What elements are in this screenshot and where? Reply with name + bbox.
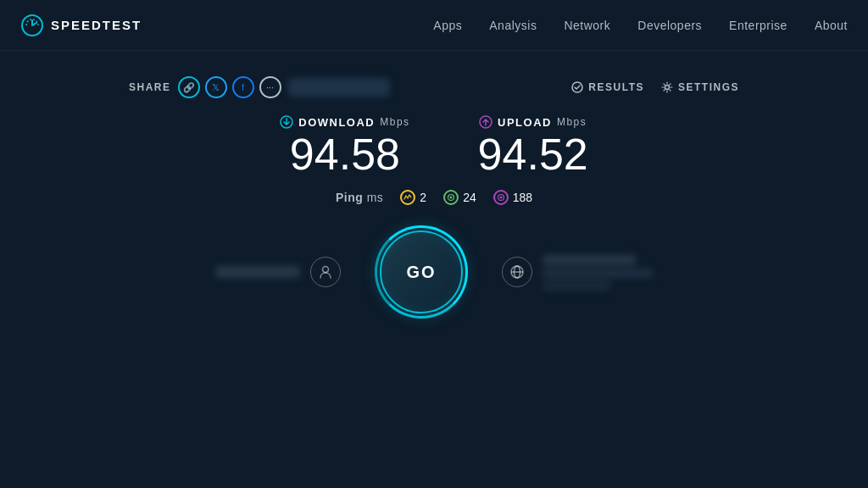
ping-high-value: 188	[493, 190, 532, 205]
isp-address-blurred	[542, 269, 653, 278]
toolbar: SHARE 🔗 𝕏 f ··· RESULTS	[129, 76, 739, 98]
jitter-num: 2	[420, 191, 426, 204]
svg-point-8	[499, 197, 502, 199]
go-area: GO	[180, 225, 688, 319]
results-label: RESULTS	[588, 81, 644, 93]
download-block: DOWNLOAD Mbps 94.58	[280, 115, 409, 176]
upload-arrow-icon	[479, 115, 492, 129]
ping-low-value: 24	[443, 190, 476, 205]
jitter-icon	[400, 190, 415, 205]
isp-name-blurred	[542, 255, 636, 265]
speed-results: DOWNLOAD Mbps 94.58 UPLOAD Mbps 94.52	[280, 115, 587, 176]
nav-analysis[interactable]: Analysis	[489, 19, 537, 32]
server-area	[215, 257, 341, 287]
nav-about[interactable]: About	[815, 19, 848, 32]
results-button[interactable]: RESULTS	[571, 81, 644, 93]
download-value: 94.58	[290, 132, 400, 176]
ping-row: Ping ms 2 24	[336, 190, 532, 205]
results-settings: RESULTS SETTINGS	[571, 81, 739, 93]
main-nav: Apps Analysis Network Developers Enterpr…	[433, 19, 848, 32]
go-button-container: GO	[375, 225, 468, 319]
isp-text-block	[542, 255, 653, 290]
svg-point-2	[665, 86, 669, 90]
server-text	[215, 266, 300, 278]
share-link-button[interactable]: 🔗	[178, 76, 200, 98]
logo-text: SPEEDTEST	[51, 18, 142, 32]
header: SPEEDTEST Apps Analysis Network Develope…	[0, 0, 868, 51]
upload-value: 94.52	[478, 132, 588, 176]
person-icon	[310, 257, 341, 287]
share-icons: 🔗 𝕏 f ···	[178, 76, 281, 98]
go-button[interactable]: GO	[380, 230, 463, 313]
download-arrow-icon	[280, 115, 293, 129]
nav-apps[interactable]: Apps	[433, 19, 462, 32]
globe-icon	[502, 257, 532, 287]
ping-high-icon	[493, 190, 509, 205]
isp-location-blurred	[542, 281, 610, 290]
share-facebook-button[interactable]: f	[232, 76, 254, 98]
results-icon	[571, 81, 583, 93]
svg-point-6	[450, 197, 453, 199]
svg-point-9	[323, 267, 329, 273]
server-name-blurred	[215, 266, 300, 278]
jitter-value: 2	[400, 190, 426, 205]
nav-developers[interactable]: Developers	[637, 19, 702, 32]
isp-area	[502, 255, 653, 290]
share-more-button[interactable]: ···	[259, 76, 281, 98]
nav-enterprise[interactable]: Enterprise	[729, 19, 787, 32]
share-url-blurred	[288, 78, 390, 97]
speedtest-logo-icon	[20, 14, 44, 37]
logo: SPEEDTEST	[20, 14, 142, 37]
nav-network[interactable]: Network	[564, 19, 610, 32]
settings-label: SETTINGS	[678, 81, 739, 93]
ping-label: Ping ms	[336, 191, 383, 204]
settings-icon	[661, 81, 673, 93]
ping-low-icon	[443, 190, 459, 205]
settings-button[interactable]: SETTINGS	[661, 81, 739, 93]
share-label: SHARE	[129, 81, 171, 93]
upload-block: UPLOAD Mbps 94.52	[478, 115, 588, 176]
share-section: SHARE 🔗 𝕏 f ···	[129, 76, 390, 98]
share-twitter-button[interactable]: 𝕏	[205, 76, 227, 98]
download-label: DOWNLOAD Mbps	[280, 115, 409, 129]
upload-label: UPLOAD Mbps	[479, 115, 587, 129]
ping-low-num: 24	[463, 191, 476, 204]
main-content: SHARE 🔗 𝕏 f ··· RESULTS	[0, 51, 868, 319]
ping-high-num: 188	[513, 191, 532, 204]
